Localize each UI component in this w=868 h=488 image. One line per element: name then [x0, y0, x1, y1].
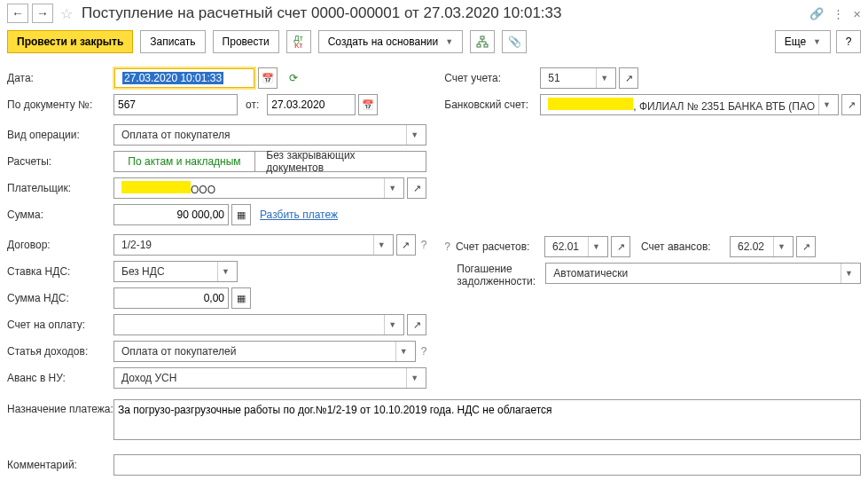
settle-help-icon[interactable]: ? [444, 240, 450, 253]
settle-account-label: Счет расчетов: [456, 240, 544, 253]
chevron-down-icon: ▼ [813, 37, 821, 46]
chevron-down-icon: ▼ [773, 237, 789, 256]
toolbar: Провести и закрыть Записать Провести ДтК… [0, 27, 868, 62]
redacted-payer [121, 181, 191, 193]
income-item-select[interactable]: Оплата от покупателей ▼ [113, 341, 416, 362]
open-icon: ↗ [802, 241, 810, 253]
svg-rect-2 [484, 44, 488, 47]
sum-input[interactable] [113, 204, 229, 225]
page-title: Поступление на расчетный счет 0000-00000… [82, 4, 562, 22]
help-button[interactable]: ? [836, 30, 861, 53]
open-icon: ↗ [848, 99, 856, 111]
comment-input[interactable] [113, 454, 861, 476]
debt-repay-select[interactable]: Автоматически ▼ [545, 263, 861, 284]
refresh-icon[interactable]: ⟳ [289, 72, 298, 84]
nav-back-button[interactable]: ← [7, 4, 28, 23]
advance-account-open-button[interactable]: ↗ [796, 236, 816, 257]
settle-account-open-button[interactable]: ↗ [611, 236, 630, 257]
chevron-down-icon: ▼ [588, 237, 604, 256]
date-input[interactable]: 27.03.2020 10:01:33 [113, 67, 255, 89]
calc-by-acts-button[interactable]: По актам и накладным [113, 151, 255, 172]
invoice-select[interactable]: ▼ [113, 314, 404, 335]
vat-sum-calc-button[interactable]: ▦ [231, 287, 251, 309]
kebab-menu-icon[interactable]: ⋮ [833, 7, 844, 20]
doc-no-input[interactable] [113, 94, 238, 115]
close-icon[interactable]: × [853, 6, 861, 21]
advance-account-label: Счет авансов: [641, 240, 730, 253]
bank-account-select[interactable]: , ФИЛИАЛ № 2351 БАНКА ВТБ (ПАО ▼ [540, 94, 839, 115]
calc-no-closing-button[interactable]: Без закрывающих документов [254, 151, 426, 172]
dtkt-icon: ДтКт [294, 35, 303, 49]
tree-icon [476, 35, 489, 48]
chevron-down-icon: ▼ [384, 178, 400, 198]
vat-sum-label: Сумма НДС: [7, 292, 113, 304]
vat-sum-input[interactable] [113, 287, 229, 309]
debt-repay-label: Погашение задолженности: [457, 263, 545, 287]
sum-label: Сумма: [7, 209, 113, 221]
chevron-down-icon: ▼ [445, 37, 453, 46]
chevron-down-icon: ▼ [841, 264, 856, 283]
contract-open-button[interactable]: ↗ [396, 234, 416, 256]
save-button[interactable]: Записать [140, 30, 205, 53]
calendar-icon: 📅 [362, 99, 374, 111]
payer-open-button[interactable]: ↗ [407, 177, 426, 199]
chevron-down-icon: ▼ [384, 315, 400, 335]
title-bar: ← → ☆ Поступление на расчетный счет 0000… [0, 0, 868, 27]
advance-nu-select[interactable]: Доход УСН ▼ [113, 367, 426, 389]
calculator-icon: ▦ [237, 293, 246, 304]
doc-date-calendar-button[interactable]: 📅 [358, 94, 378, 115]
redacted-bank [548, 98, 633, 110]
invoice-open-button[interactable]: ↗ [407, 314, 426, 335]
dtkt-button[interactable]: ДтКт [286, 30, 311, 53]
contract-select[interactable]: 1/2-19 ▼ [113, 234, 394, 256]
income-item-label: Статья доходов: [7, 345, 113, 358]
doc-date-input[interactable] [267, 94, 356, 115]
bank-account-label: Банковский счет: [444, 98, 540, 111]
chevron-down-icon: ▼ [395, 342, 411, 361]
account-select[interactable]: 51 ▼ [540, 67, 616, 89]
payer-select[interactable]: ООО ▼ [113, 177, 404, 199]
open-icon: ↗ [625, 73, 633, 84]
post-button[interactable]: Провести [213, 30, 279, 53]
post-close-button[interactable]: Провести и закрыть [7, 30, 133, 53]
open-icon: ↗ [413, 319, 421, 331]
bank-account-open-button[interactable]: ↗ [841, 94, 861, 115]
paperclip-icon: 📎 [508, 35, 521, 48]
split-payment-link[interactable]: Разбить платеж [260, 209, 338, 221]
sum-calc-button[interactable]: ▦ [231, 204, 251, 225]
chevron-down-icon: ▼ [217, 262, 233, 281]
link-icon[interactable]: 🔗 [809, 7, 824, 20]
vat-rate-select[interactable]: Без НДС ▼ [113, 261, 238, 282]
contract-label: Договор: [7, 239, 113, 251]
calendar-button[interactable]: 📅 [258, 67, 278, 89]
nav-forward-button[interactable]: → [32, 4, 53, 23]
favorite-star-icon[interactable]: ☆ [60, 5, 73, 22]
contract-help-icon[interactable]: ? [421, 239, 427, 251]
create-based-button[interactable]: Создать на основании ▼ [318, 30, 463, 53]
calculator-icon: ▦ [237, 209, 246, 221]
income-help-icon[interactable]: ? [421, 345, 427, 358]
advance-nu-label: Аванс в НУ: [7, 372, 113, 384]
ot-label: от: [246, 98, 259, 111]
svg-rect-1 [477, 44, 481, 47]
open-icon: ↗ [617, 241, 625, 253]
related-docs-button[interactable] [470, 30, 495, 53]
date-label: Дата: [7, 72, 113, 84]
account-label: Счет учета: [444, 72, 540, 84]
open-icon: ↗ [402, 240, 410, 251]
settle-account-select[interactable]: 62.01 ▼ [544, 236, 608, 257]
purpose-textarea[interactable] [113, 399, 861, 440]
more-button[interactable]: Еще ▼ [775, 30, 831, 53]
attachment-button[interactable]: 📎 [502, 30, 527, 53]
vat-rate-label: Ставка НДС: [7, 265, 113, 278]
purpose-label: Назначение платежа: [7, 399, 113, 415]
advance-account-select[interactable]: 62.02 ▼ [730, 236, 794, 257]
chevron-down-icon: ▼ [406, 125, 422, 145]
chevron-down-icon: ▼ [596, 68, 612, 88]
svg-rect-0 [481, 36, 484, 39]
doc-no-label: По документу №: [7, 98, 113, 111]
account-open-button[interactable]: ↗ [619, 67, 638, 89]
op-type-label: Вид операции: [7, 129, 113, 141]
chevron-down-icon: ▼ [406, 368, 422, 388]
op-type-select[interactable]: Оплата от покупателя ▼ [113, 124, 426, 146]
